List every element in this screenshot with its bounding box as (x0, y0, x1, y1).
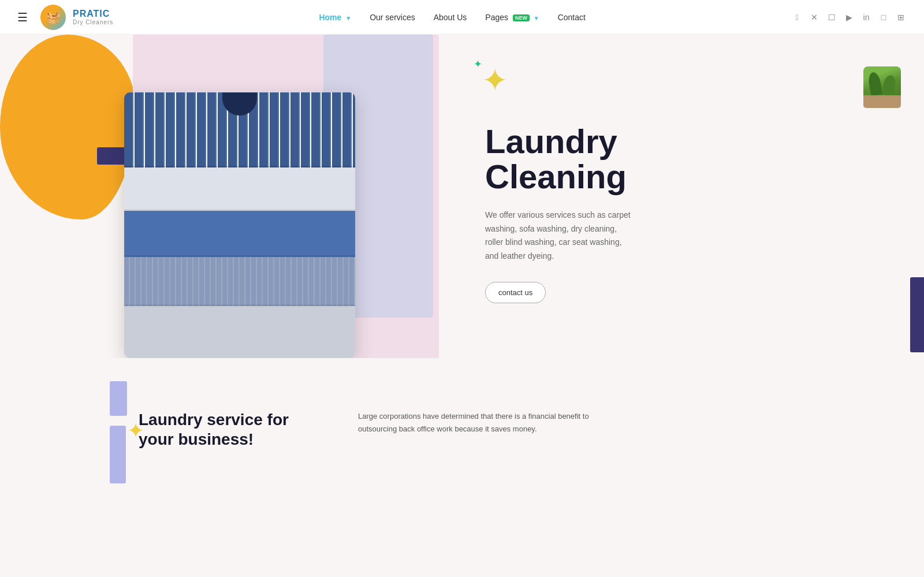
home-dropdown-arrow: ▼ (345, 15, 351, 21)
section-left: Laundry service for your business! ✦ (139, 393, 300, 449)
nav-services[interactable]: Our services (370, 13, 415, 22)
hero-left (0, 35, 439, 358)
plant-decoration (863, 66, 901, 107)
right-accent-bar (910, 277, 924, 352)
instagram-icon[interactable]: □ (878, 12, 889, 23)
pinterest-icon[interactable]: ☐ (826, 12, 837, 23)
hero-section: ✦ ✦ Laundry Cleaning We offer various se… (0, 35, 924, 358)
nav-about[interactable]: About Us (434, 13, 467, 22)
logo-subtitle: Dry Cleaners (73, 19, 113, 25)
pages-dropdown-arrow: ▼ (534, 15, 539, 21)
navbar-left: ☰ 🧺 PRATIC Dry Cleaners (17, 5, 113, 30)
youtube-icon[interactable]: ▶ (843, 12, 855, 23)
hero-title: Laundry Cleaning (485, 124, 889, 195)
logo-text: PRATIC Dry Cleaners (73, 9, 113, 25)
shirt-layer-5 (124, 306, 355, 358)
shirt-layer-1 (124, 92, 355, 167)
logo-title: PRATIC (73, 9, 113, 19)
contact-us-button[interactable]: contact us (485, 282, 546, 303)
clothes-image (124, 92, 355, 358)
x-twitter-icon[interactable]: ✕ (808, 12, 820, 23)
nav-contact[interactable]: Contact (558, 13, 586, 22)
navbar-menu: Home ▼ Our services About Us Pages NEW ▼… (319, 13, 586, 22)
navbar: ☰ 🧺 PRATIC Dry Cleaners Home ▼ Our servi… (0, 0, 924, 35)
hero-description: We offer various services such as carpet… (485, 209, 635, 263)
section-body-text: Large corporations have determined that … (358, 393, 589, 435)
yellow-star-icon: ✦ (127, 419, 144, 443)
hero-right: ✦ ✦ Laundry Cleaning We offer various se… (439, 35, 924, 358)
small-purple-accent (110, 381, 127, 416)
facebook-icon[interactable]:  (791, 12, 803, 23)
new-badge: NEW (513, 14, 530, 21)
below-hero-section: Laundry service for your business! ✦ Lar… (0, 358, 924, 483)
tall-purple-accent (110, 426, 126, 483)
navbar-social:  ✕ ☐ ▶ in □ ⊞ (791, 12, 907, 23)
linkedin-icon[interactable]: in (860, 12, 872, 23)
nav-home[interactable]: Home ▼ (319, 13, 351, 22)
shirt-layer-2 (124, 167, 355, 211)
hamburger-menu[interactable]: ☰ (17, 10, 28, 24)
collar (222, 92, 257, 116)
yellow-blob (0, 35, 136, 219)
grid-icon[interactable]: ⊞ (895, 12, 907, 23)
plant-pot (863, 95, 901, 108)
shirt-layer-3 (124, 211, 355, 257)
nav-pages[interactable]: Pages NEW ▼ (485, 13, 539, 22)
sparkle-green-icon: ✦ (474, 58, 482, 70)
sparkle-yellow-icon: ✦ (482, 65, 508, 96)
plant-leaves (863, 66, 901, 95)
logo-icon: 🧺 (40, 5, 66, 30)
section-heading: Laundry service for your business! (139, 410, 300, 449)
shirt-layer-4 (124, 257, 355, 306)
